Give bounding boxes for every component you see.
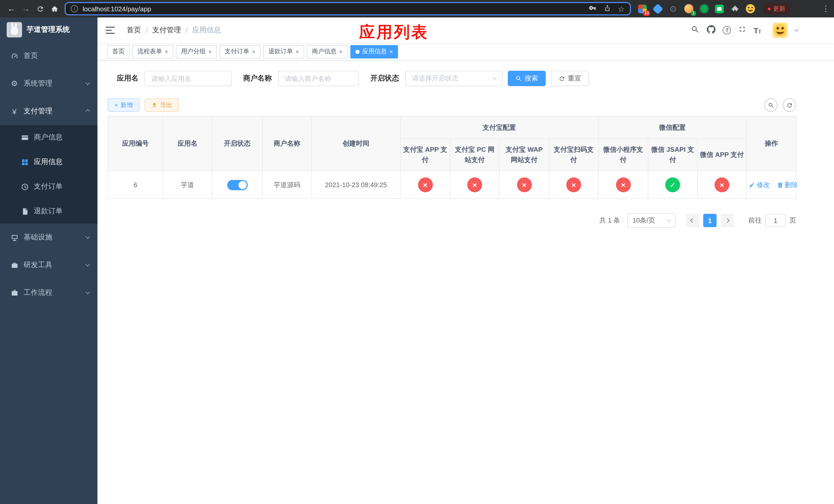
table-row: 6 芋道 芋道源码 2021-10-23 08:49:25 × × × × ×: [108, 171, 796, 199]
extension-wechat-icon[interactable]: [714, 3, 725, 14]
sidebar-item-system[interactable]: ⚙ 系统管理: [0, 70, 97, 97]
sidebar-item-infrastructure[interactable]: 基础设施: [0, 224, 97, 251]
app-name-label: 应用名: [117, 74, 138, 83]
sidebar-item-refund-order[interactable]: 退款订单: [0, 199, 97, 224]
extension-avatar-icon[interactable]: 1: [683, 3, 694, 14]
extension-grid-icon[interactable]: 10: [637, 3, 648, 14]
url-bar[interactable]: i localhost:1024/pay/app ☆: [65, 2, 631, 15]
page-size-select[interactable]: 10条/页: [627, 213, 676, 228]
sidebar-item-app-info[interactable]: 应用信息: [0, 150, 97, 174]
browser-menu-icon[interactable]: ⋮: [821, 4, 831, 13]
breadcrumb-home[interactable]: 首页: [127, 26, 141, 35]
page-info-icon[interactable]: i: [71, 5, 78, 12]
hamburger-icon[interactable]: [105, 25, 115, 36]
close-icon[interactable]: ×: [164, 48, 168, 54]
forward-icon[interactable]: →: [19, 2, 33, 16]
col-app-id: 应用编号: [108, 116, 163, 171]
col-group-alipay: 支付宝配置: [400, 116, 598, 139]
apps-table: 应用编号 应用名 开启状态 商户名称 创建时间 支付宝配置 微信配置 操作 支付…: [108, 116, 796, 199]
tab-refund-order[interactable]: 退款订单 ×: [263, 45, 304, 58]
tab-merchant-info[interactable]: 商户信息 ×: [307, 45, 348, 58]
sidebar-item-dev-tools[interactable]: 研发工具: [0, 251, 97, 279]
tab-app-info[interactable]: 应用信息 ×: [350, 45, 398, 58]
chevron-down-icon: [86, 262, 90, 267]
sidebar-item-payment[interactable]: ¥ 支付管理: [0, 97, 97, 125]
page-title: 应用列表: [359, 22, 429, 43]
edit-button[interactable]: 修改: [749, 180, 770, 189]
delete-button[interactable]: 删除: [777, 180, 798, 189]
search-icon[interactable]: [691, 25, 700, 36]
alipay-pc-disabled-icon: ×: [467, 177, 482, 192]
sidebar-item-pay-order[interactable]: 支付订单: [0, 174, 97, 199]
app-title: 芋道管理系统: [27, 25, 70, 35]
back-icon[interactable]: ←: [4, 2, 19, 16]
gear-icon: ⚙: [10, 79, 19, 88]
fullscreen-icon[interactable]: [738, 25, 747, 36]
help-icon[interactable]: ?: [723, 26, 731, 35]
refresh-button[interactable]: [783, 98, 796, 112]
reload-icon[interactable]: [33, 2, 47, 16]
wechat-mini-disabled-icon: ×: [616, 177, 631, 192]
tab-process-form[interactable]: 流程表单 ×: [132, 45, 173, 58]
tab-user-group[interactable]: 用户分组 ×: [176, 45, 217, 58]
avatar-dropdown-icon[interactable]: [794, 27, 799, 32]
extension-green-circle-icon[interactable]: [699, 3, 709, 14]
briefcase-icon: [10, 289, 19, 297]
payment-submenu: 商户信息 应用信息 支付订单: [0, 125, 97, 224]
tab-home[interactable]: 首页: [107, 45, 130, 58]
goto-page-input[interactable]: [765, 214, 786, 227]
merchant-name-input[interactable]: [278, 71, 359, 86]
close-icon[interactable]: ×: [208, 48, 212, 54]
goto-label: 前往: [748, 216, 762, 225]
logo[interactable]: 芋道管理系统: [0, 18, 97, 42]
sidebar-item-workflow[interactable]: 工作流程: [0, 279, 97, 306]
profile-avatar-icon[interactable]: [745, 3, 755, 14]
update-button[interactable]: 更新: [763, 3, 790, 14]
close-icon[interactable]: ×: [252, 48, 256, 54]
col-alipay-app: 支付宝 APP 支付: [400, 139, 450, 171]
update-dot-icon: [768, 7, 770, 10]
app-name-input[interactable]: [145, 71, 232, 86]
breadcrumb-payment[interactable]: 支付管理: [152, 26, 181, 35]
tab-pay-order[interactable]: 支付订单 ×: [220, 45, 261, 58]
export-button[interactable]: 导出: [145, 98, 179, 112]
cell-app-name: 芋道: [163, 171, 212, 199]
reset-button[interactable]: 重置: [551, 71, 589, 86]
user-avatar[interactable]: [772, 23, 788, 38]
password-key-icon[interactable]: [589, 4, 596, 14]
next-page-button[interactable]: [721, 214, 734, 227]
add-button[interactable]: + 新增: [108, 98, 139, 112]
prev-page-button[interactable]: [686, 214, 699, 227]
font-size-icon[interactable]: TT: [754, 26, 761, 34]
pagination: 共 1 条 10条/页 1 前往 页: [108, 213, 796, 228]
home-icon[interactable]: [47, 2, 62, 16]
yen-icon: ¥: [10, 107, 19, 115]
sidebar-item-home[interactable]: 首页: [0, 42, 97, 70]
extensions-puzzle-icon[interactable]: [729, 3, 740, 14]
github-icon[interactable]: [707, 25, 716, 36]
col-app-name: 应用名: [163, 116, 212, 171]
close-icon[interactable]: ×: [389, 48, 393, 54]
search-button[interactable]: 搜索: [508, 71, 546, 86]
cell-created-at: 2021-10-23 08:49:25: [312, 171, 400, 199]
cell-merchant-name: 芋道源码: [262, 171, 312, 199]
alipay-app-disabled-icon: ×: [418, 177, 433, 192]
close-icon[interactable]: ×: [295, 48, 299, 54]
col-status: 开启状态: [212, 116, 262, 171]
close-icon[interactable]: ×: [339, 48, 343, 54]
sidebar-item-merchant-info[interactable]: 商户信息: [0, 125, 97, 150]
page-number-button[interactable]: 1: [703, 214, 717, 227]
chevron-down-icon: [667, 217, 671, 222]
toggle-search-button[interactable]: [764, 98, 777, 112]
status-toggle[interactable]: [227, 180, 247, 190]
extension-gem-icon[interactable]: [653, 3, 663, 14]
share-icon[interactable]: [603, 4, 611, 14]
status-select[interactable]: 请选择开启状态: [405, 71, 503, 86]
bookmark-star-icon[interactable]: ☆: [618, 5, 625, 13]
url-text[interactable]: localhost:1024/pay/app: [83, 5, 151, 13]
col-alipay-qr: 支付宝扫码支付: [549, 139, 598, 171]
col-group-wechat: 微信配置: [598, 116, 747, 139]
alipay-qr-disabled-icon: ×: [566, 177, 581, 192]
chevron-up-icon: [86, 109, 90, 114]
extension-globe-icon[interactable]: [668, 3, 679, 14]
